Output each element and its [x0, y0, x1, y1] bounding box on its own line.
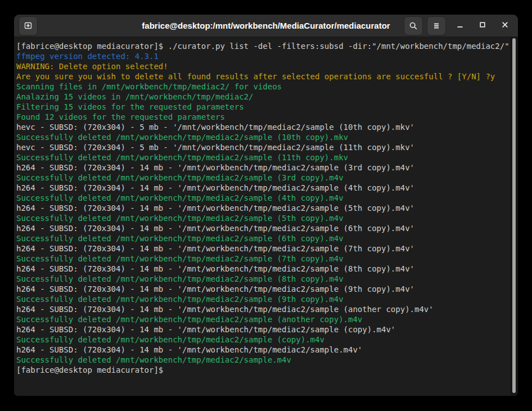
- maximize-button[interactable]: [474, 16, 491, 35]
- terminal-line: Filtering 15 videos for the requested pa…: [16, 102, 508, 112]
- search-button[interactable]: [404, 16, 423, 35]
- terminal-line: [fabrice@desktop mediacurator]$ ./curato…: [16, 41, 508, 51]
- terminal-screen[interactable]: [fabrice@desktop mediacurator]$ ./curato…: [14, 37, 518, 395]
- terminal-line: Successfully deleted /mnt/workbench/tmp/…: [16, 254, 508, 264]
- scrollbar-track[interactable]: [510, 37, 518, 395]
- terminal-line: Successfully deleted /mnt/workbench/tmp/…: [16, 274, 508, 284]
- terminal-line: WARNING: Delete option selected!: [16, 61, 508, 71]
- terminal-line: Analazing 15 videos in /mnt/workbench/tm…: [16, 92, 508, 102]
- titlebar[interactable]: fabrice@desktop:/mnt/workbench/MediaCura…: [14, 15, 518, 37]
- terminal-line: Successfully deleted /mnt/workbench/tmp/…: [16, 152, 508, 162]
- terminal-line: [fabrice@desktop mediacurator]$: [16, 365, 508, 375]
- terminal-line: ffmpeg version detected: 4.3.1: [16, 51, 508, 61]
- close-button[interactable]: [497, 16, 513, 35]
- terminal-line: Successfully deleted /mnt/workbench/tmp/…: [16, 314, 508, 324]
- terminal-line: Successfully deleted /mnt/workbench/tmp/…: [16, 294, 508, 304]
- close-icon: [501, 21, 509, 31]
- terminal-line: hevc - SUBSD: (720x304) - 5 mb - '/mnt/w…: [16, 142, 508, 152]
- new-tab-icon: [24, 21, 33, 30]
- minimize-icon: [456, 21, 464, 31]
- terminal-line: Successfully deleted /mnt/workbench/tmp/…: [16, 213, 508, 223]
- terminal-line: h264 - SUBSD: (720x304) - 14 mb - '/mnt/…: [16, 243, 508, 254]
- terminal-line: h264 - SUBSD: (720x304) - 14 mb - '/mnt/…: [16, 324, 508, 335]
- terminal-line: h264 - SUBSD: (720x304) - 14 mb - '/mnt/…: [16, 223, 508, 233]
- terminal-line: h264 - SUBSD: (720x304) - 14 mb - '/mnt/…: [16, 162, 508, 173]
- terminal-line: Successfully deleted /mnt/workbench/tmp/…: [16, 335, 508, 345]
- search-icon: [409, 21, 418, 30]
- terminal-line: h264 - SUBSD: (720x304) - 14 mb - '/mnt/…: [16, 203, 508, 213]
- terminal-line: h264 - SUBSD: (720x304) - 14 mb - '/mnt/…: [16, 264, 508, 274]
- terminal-line: h264 - SUBSD: (720x304) - 14 mb - '/mnt/…: [16, 304, 508, 314]
- terminal-line: Successfully deleted /mnt/workbench/tmp/…: [16, 173, 508, 183]
- terminal-line: Successfully deleted /mnt/workbench/tmp/…: [16, 233, 508, 243]
- terminal-line: Scanning files in /mnt/workbench/tmp/med…: [16, 82, 508, 92]
- terminal-line: Successfully deleted /mnt/workbench/tmp/…: [16, 355, 508, 365]
- hamburger-menu-icon: [432, 22, 440, 30]
- terminal-line: Are you sure you wish to delete all foun…: [16, 71, 508, 82]
- minimize-button[interactable]: [452, 16, 468, 35]
- new-tab-button[interactable]: [19, 16, 38, 35]
- menu-button[interactable]: [427, 16, 446, 35]
- terminal-line: h264 - SUBSD: (720x304) - 14 mb - '/mnt/…: [16, 183, 508, 193]
- terminal-window: fabrice@desktop:/mnt/workbench/MediaCura…: [14, 15, 518, 396]
- terminal-line: Successfully deleted /mnt/workbench/tmp/…: [16, 193, 508, 203]
- maximize-icon: [479, 21, 486, 31]
- scrollbar-thumb[interactable]: [512, 38, 516, 393]
- terminal-output: [fabrice@desktop mediacurator]$ ./curato…: [14, 37, 518, 375]
- terminal-line: Found 12 videos for the requested parame…: [16, 112, 508, 122]
- terminal-line: h264 - SUBSD: (720x304) - 14 mb - '/mnt/…: [16, 345, 508, 355]
- terminal-line: h264 - SUBSD: (720x304) - 14 mb - '/mnt/…: [16, 284, 508, 294]
- terminal-line: Successfully deleted /mnt/workbench/tmp/…: [16, 132, 508, 142]
- terminal-line: hevc - SUBSD: (720x304) - 5 mb - '/mnt/w…: [16, 122, 508, 132]
